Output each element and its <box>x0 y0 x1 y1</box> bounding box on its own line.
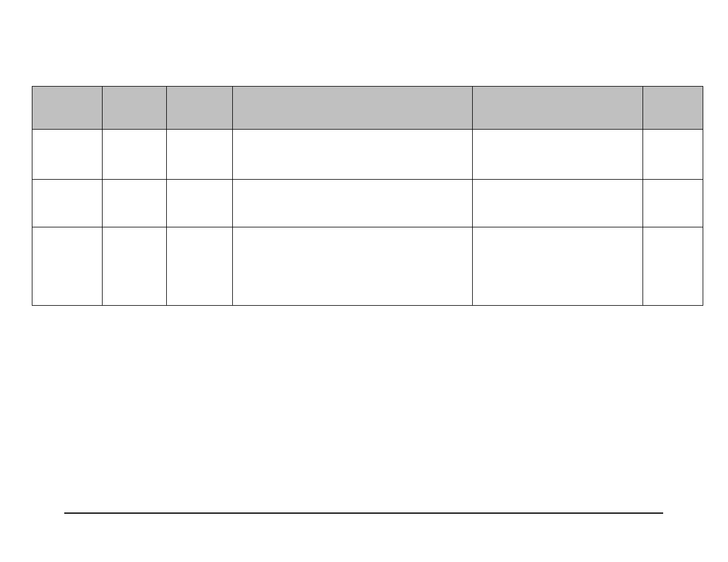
table-cell <box>103 130 167 180</box>
page-container <box>0 0 728 562</box>
table-cell <box>473 130 643 180</box>
table-header-row <box>32 87 703 130</box>
table-row <box>32 180 703 227</box>
table-cell <box>103 227 167 306</box>
table-cell <box>167 227 233 306</box>
table-header-cell <box>473 87 643 130</box>
table-cell <box>32 130 103 180</box>
footer-divider <box>64 513 663 514</box>
table-cell <box>32 180 103 227</box>
table-row <box>32 130 703 180</box>
table-cell <box>643 180 703 227</box>
table-cell <box>32 227 103 306</box>
table-header-cell <box>233 87 473 130</box>
table-cell <box>167 180 233 227</box>
table-cell <box>473 227 643 306</box>
table-cell <box>167 130 233 180</box>
table-row <box>32 227 703 306</box>
table-header-cell <box>167 87 233 130</box>
table-header-cell <box>32 87 103 130</box>
table-cell <box>473 180 643 227</box>
table-cell <box>233 227 473 306</box>
table-cell <box>643 130 703 180</box>
table-cell <box>103 180 167 227</box>
table-header-cell <box>643 87 703 130</box>
data-table <box>32 86 703 306</box>
table-cell <box>643 227 703 306</box>
table-cell <box>233 180 473 227</box>
table-header-cell <box>103 87 167 130</box>
table-cell <box>233 130 473 180</box>
